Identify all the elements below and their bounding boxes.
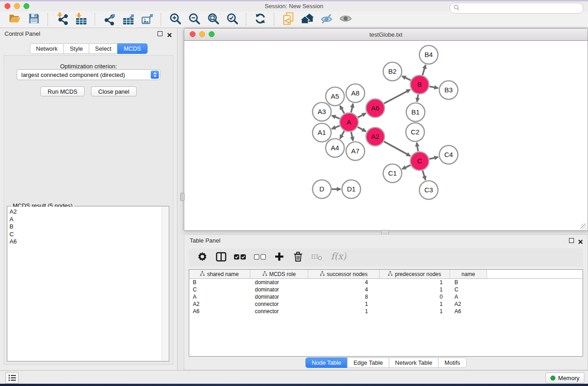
node-C3[interactable]: C3	[420, 181, 438, 200]
cell-successor-nodes[interactable]: 8	[308, 293, 380, 300]
tab-network[interactable]: Network	[29, 43, 64, 54]
cell-shared-name[interactable]: A6	[189, 308, 250, 315]
cell-predecessor-nodes[interactable]: 1	[380, 300, 450, 308]
zoom-fit-button[interactable]	[204, 12, 223, 27]
node-A1[interactable]: A1	[313, 124, 331, 142]
node-A[interactable]: A	[340, 113, 359, 132]
tab-mcds[interactable]: MCDS	[117, 43, 147, 54]
tab-node-table[interactable]: Node Table	[305, 357, 348, 368]
edge-A-A8[interactable]	[351, 104, 353, 113]
refresh-view-button[interactable]	[251, 12, 270, 27]
mcds-result-list[interactable]: A2ABCA6	[8, 207, 162, 361]
cell-name[interactable]: A	[450, 293, 487, 300]
tab-edge-table[interactable]: Edge Table	[347, 357, 389, 368]
node-C1[interactable]: C1	[383, 164, 402, 183]
search-box[interactable]	[449, 3, 583, 14]
cell-successor-nodes[interactable]: 4	[308, 279, 380, 286]
table-float-panel-icon[interactable]	[569, 238, 574, 243]
cell-MCDS-role[interactable]: dominator	[250, 279, 308, 286]
memory-button[interactable]: Memory	[545, 372, 584, 383]
edge-A-A7[interactable]	[351, 132, 353, 141]
node-C[interactable]: C	[411, 152, 429, 171]
node-A8[interactable]: A8	[346, 84, 365, 103]
import-table-button[interactable]	[72, 12, 91, 27]
vertical-splitter-handle[interactable]	[180, 193, 185, 201]
cell-predecessor-nodes[interactable]: 0	[380, 293, 450, 300]
deselect-all-button[interactable]	[254, 253, 266, 262]
edge-B-B2[interactable]	[402, 76, 411, 80]
edge-A-A3[interactable]	[332, 115, 340, 119]
mcds-result-item[interactable]: A2	[10, 208, 162, 216]
mcds-result-item[interactable]: C	[10, 231, 162, 238]
zoom-out-button[interactable]	[185, 12, 204, 27]
task-history-button[interactable]	[5, 372, 19, 384]
node-B2[interactable]: B2	[383, 62, 402, 81]
export-table-button[interactable]	[119, 12, 138, 27]
tab-style[interactable]: Style	[63, 43, 89, 54]
table-row[interactable]: Bdominator41B	[189, 279, 583, 286]
node-B3[interactable]: B3	[440, 81, 458, 100]
cell-shared-name[interactable]: C	[189, 286, 250, 293]
settings-gear-button[interactable]	[197, 252, 208, 263]
node-A5[interactable]: A5	[326, 87, 344, 106]
edge-A-A6[interactable]	[358, 113, 366, 118]
run-mcds-button[interactable]: Run MCDS	[40, 86, 85, 96]
table-row[interactable]: A6connector11A6	[189, 308, 583, 315]
open-session-button[interactable]	[5, 12, 24, 27]
new-network-from-selection-button[interactable]	[279, 12, 298, 27]
import-network-button[interactable]	[53, 12, 72, 27]
node-A7[interactable]: A7	[346, 142, 365, 161]
column-header-MCDS-role[interactable]: MCDS role	[250, 270, 308, 278]
hide-selected-button[interactable]	[317, 12, 336, 27]
cell-successor-nodes[interactable]: 1	[308, 308, 380, 315]
tab-select[interactable]: Select	[89, 43, 118, 54]
edge-B-B1[interactable]	[417, 95, 418, 102]
export-image-button[interactable]	[138, 12, 157, 27]
node-C4[interactable]: C4	[440, 146, 458, 164]
select-all-button[interactable]	[234, 253, 246, 262]
cell-predecessor-nodes[interactable]: 1	[380, 279, 450, 286]
delete-column-button[interactable]	[292, 252, 303, 263]
node-D[interactable]: D	[313, 180, 331, 199]
zoom-selected-button[interactable]	[223, 12, 242, 27]
edge-A6-B[interactable]	[384, 90, 410, 104]
edge-A-A4[interactable]	[340, 131, 344, 138]
criterion-dropdown[interactable]: largest connected component (directed)	[17, 69, 160, 80]
cell-name[interactable]: A2	[450, 300, 487, 308]
search-input[interactable]	[462, 5, 579, 12]
node-B1[interactable]: B1	[406, 103, 425, 122]
node-A6[interactable]: A6	[366, 99, 385, 118]
edge-B-B3[interactable]	[430, 86, 438, 88]
zoom-in-button[interactable]	[166, 12, 185, 27]
cell-MCDS-role[interactable]: dominator	[250, 286, 308, 293]
table-row[interactable]: A2connector11A2	[189, 300, 583, 308]
show-all-button[interactable]	[336, 12, 355, 27]
node-A4[interactable]: A4	[326, 139, 344, 157]
float-panel-icon[interactable]	[158, 31, 163, 36]
node-D1[interactable]: D1	[342, 180, 361, 199]
cell-name[interactable]: B	[450, 279, 487, 286]
edge-C-C2[interactable]	[417, 143, 418, 151]
home-button[interactable]	[298, 12, 317, 27]
node-B[interactable]: B	[411, 76, 429, 94]
edge-C-C3[interactable]	[423, 171, 425, 180]
export-network-button[interactable]	[100, 12, 119, 27]
edge-A-A2[interactable]	[358, 127, 366, 132]
column-header-predecessor-nodes[interactable]: predecessor nodes	[380, 270, 450, 278]
resize-grip-icon[interactable]	[581, 224, 587, 229]
cell-successor-nodes[interactable]: 1	[308, 300, 380, 308]
add-column-button[interactable]	[274, 252, 285, 263]
column-header-shared-name[interactable]: shared name	[189, 270, 250, 278]
tab-motifs[interactable]: Motifs	[438, 357, 467, 368]
cell-shared-name[interactable]: A2	[189, 300, 250, 308]
cell-shared-name[interactable]: A	[189, 293, 250, 300]
cell-predecessor-nodes[interactable]: 1	[380, 308, 450, 315]
mcds-result-item[interactable]: A6	[10, 238, 162, 246]
mcds-result-item[interactable]: B	[10, 223, 162, 231]
table-row[interactable]: Adominator80A	[189, 293, 583, 300]
save-session-button[interactable]	[24, 12, 43, 27]
close-panel-button[interactable]: Close panel	[91, 86, 137, 96]
cell-name[interactable]: C	[450, 286, 487, 293]
network-canvas[interactable]: B4B2BB3A8A5A6B1A3AA1C2A2A4A7C4CC1C3DD1	[184, 40, 588, 230]
cell-successor-nodes[interactable]: 4	[308, 286, 380, 293]
